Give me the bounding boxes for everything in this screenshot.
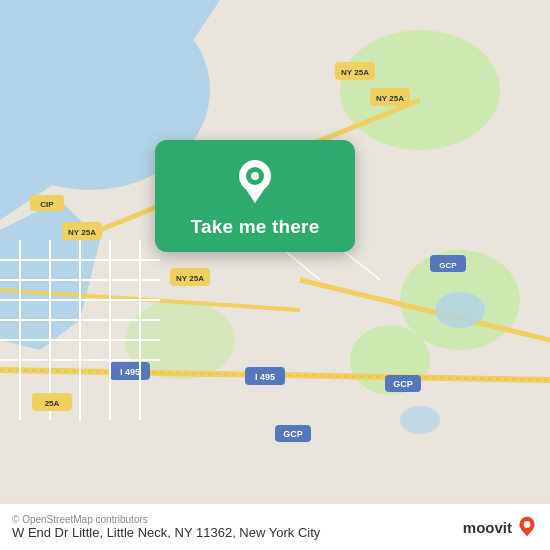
svg-text:NY 25A: NY 25A — [341, 68, 369, 77]
svg-text:NY 25A: NY 25A — [68, 228, 96, 237]
svg-text:GCP: GCP — [283, 429, 303, 439]
svg-text:GCP: GCP — [393, 379, 413, 389]
map-svg: I 495 I 495 GCP GCP NY 25A NY 25A NY 25A… — [0, 0, 550, 550]
svg-text:25A: 25A — [45, 399, 60, 408]
svg-point-57 — [524, 521, 531, 528]
pin-svg — [233, 157, 277, 207]
svg-text:GCP: GCP — [439, 261, 457, 270]
moovit-logo: moovit — [463, 516, 538, 538]
svg-point-50 — [400, 406, 440, 434]
svg-marker-56 — [521, 530, 533, 537]
svg-point-4 — [340, 30, 500, 150]
svg-text:I 495: I 495 — [120, 367, 140, 377]
bottom-left-info: © OpenStreetMap contributors W End Dr Li… — [12, 514, 320, 540]
svg-point-49 — [435, 292, 485, 328]
svg-point-54 — [251, 172, 259, 180]
take-me-there-button[interactable]: Take me there — [191, 216, 320, 238]
moovit-brand-name: moovit — [463, 519, 512, 536]
location-card[interactable]: Take me there — [155, 140, 355, 252]
map-container: I 495 I 495 GCP GCP NY 25A NY 25A NY 25A… — [0, 0, 550, 550]
svg-marker-52 — [243, 185, 267, 203]
svg-text:CIP: CIP — [40, 200, 54, 209]
svg-text:I 495: I 495 — [255, 372, 275, 382]
bottom-bar: © OpenStreetMap contributors W End Dr Li… — [0, 503, 550, 550]
svg-text:NY 25A: NY 25A — [376, 94, 404, 103]
copyright-text: © OpenStreetMap contributors — [12, 514, 320, 525]
svg-text:NY 25A: NY 25A — [176, 274, 204, 283]
location-pin-icon — [231, 158, 279, 206]
address-text: W End Dr Little, Little Neck, NY 11362, … — [12, 525, 320, 540]
moovit-pin-icon — [516, 516, 538, 538]
